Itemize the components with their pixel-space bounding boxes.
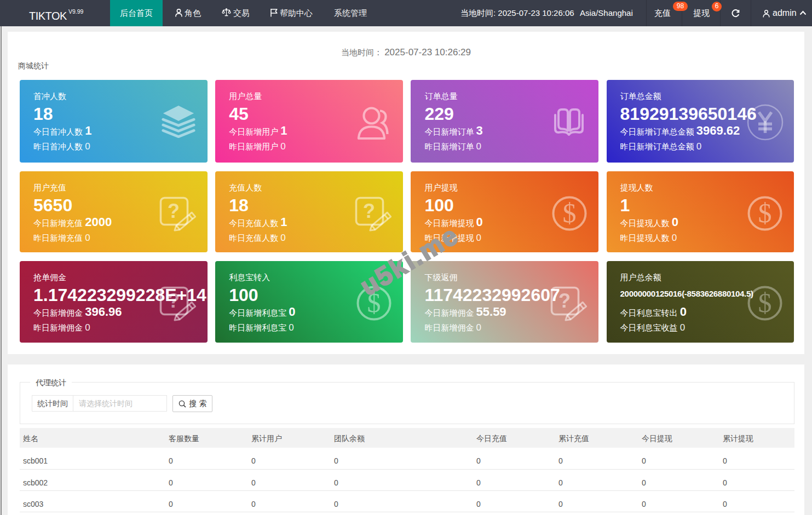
svg-text:?: ? xyxy=(168,200,180,222)
svg-text:$: $ xyxy=(758,287,772,318)
svg-text:$: $ xyxy=(758,198,772,228)
svg-text:$: $ xyxy=(563,198,577,228)
svg-text:?: ? xyxy=(558,290,571,312)
svg-text:?: ? xyxy=(363,200,375,222)
svg-text:$: $ xyxy=(367,287,381,318)
svg-text:?: ? xyxy=(168,290,180,312)
